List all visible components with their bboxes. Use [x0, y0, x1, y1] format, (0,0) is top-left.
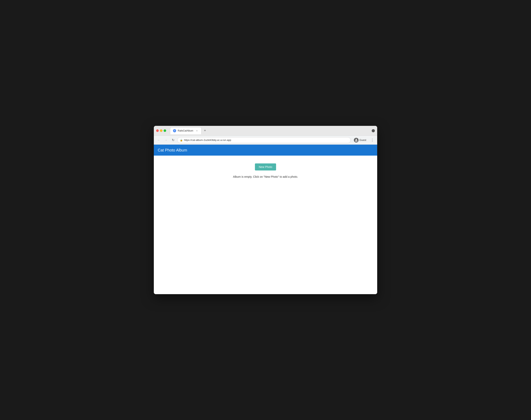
- address-field[interactable]: 🔒 https://cat-album-2uzkt43tdq-uc.a.run.…: [177, 137, 351, 143]
- lock-icon: 🔒: [180, 139, 183, 141]
- guest-button[interactable]: Guest: [352, 137, 368, 143]
- close-button[interactable]: [156, 129, 159, 132]
- back-button[interactable]: ←: [156, 137, 162, 143]
- active-tab[interactable]: R RailsCatAlbum ×: [170, 127, 201, 134]
- guest-label: Guest: [359, 138, 366, 141]
- menu-icon: ⋮: [370, 138, 374, 142]
- maximize-button[interactable]: [164, 129, 166, 132]
- browser-menu-button[interactable]: ⋮: [369, 137, 375, 143]
- window-controls-right: [372, 129, 375, 132]
- forward-icon: →: [164, 138, 168, 142]
- traffic-lights: [156, 129, 166, 132]
- address-bar: ← → ↻ 🔒 https://cat-album-2uzkt43tdq-uc.…: [154, 136, 377, 145]
- tab-close-button[interactable]: ×: [195, 129, 198, 132]
- tab-title: RailsCatAlbum: [178, 129, 194, 132]
- reload-button[interactable]: ↻: [170, 137, 176, 143]
- app-header: Cat Photo Album: [154, 145, 377, 156]
- guest-avatar: [354, 138, 359, 142]
- reload-icon: ↻: [172, 138, 174, 142]
- url-text: https://cat-album-2uzkt43tdq-uc.a.run.ap…: [184, 138, 231, 141]
- tab-bar: R RailsCatAlbum × +: [170, 127, 370, 134]
- forward-button[interactable]: →: [163, 137, 169, 143]
- title-bar: R RailsCatAlbum × +: [154, 126, 377, 136]
- new-photo-button[interactable]: New Photo: [255, 164, 276, 170]
- new-tab-button[interactable]: +: [202, 128, 208, 134]
- browser-window: R RailsCatAlbum × + ← → ↻ 🔒: [154, 126, 377, 294]
- app-main: New Photo Album is empty. Click on "New …: [154, 156, 377, 294]
- empty-album-message: Album is empty. Click on "New Photo" to …: [233, 175, 298, 178]
- tab-favicon: R: [173, 129, 176, 132]
- back-icon: ←: [157, 138, 161, 142]
- app-title: Cat Photo Album: [158, 148, 187, 152]
- app-content: Cat Photo Album New Photo Album is empty…: [154, 145, 377, 294]
- minimize-button[interactable]: [160, 129, 162, 132]
- profile-dot: [372, 129, 375, 132]
